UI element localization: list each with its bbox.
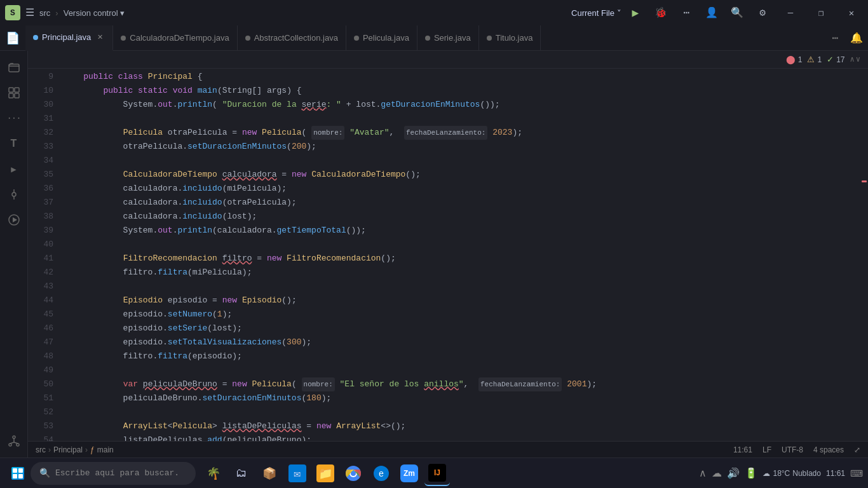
status-sep2: ›	[85, 445, 88, 454]
tray-icons: ∧ ☁ 🔊 🔋	[699, 467, 757, 479]
code-line-38: calculadora.incluido(lost);	[64, 210, 859, 224]
sidebar-icon-font[interactable]: T	[3, 132, 25, 155]
more-button[interactable]: ⋯	[677, 4, 695, 22]
main-content: ··· T ▶ ⬤ 1 ⚠ 1 ✓ 17	[0, 51, 868, 458]
tab-nav-left[interactable]: 📄	[0, 25, 25, 51]
code-line-34	[64, 154, 859, 168]
tab-titulo[interactable]: Titulo.java	[479, 25, 541, 51]
files-icon: 🗂	[233, 464, 250, 482]
line-num-49: 49	[28, 363, 53, 377]
sidebar-icon-run2[interactable]	[3, 208, 25, 231]
sidebar-icon-play[interactable]: ▶	[3, 158, 25, 180]
sidebar-icon-folder[interactable]	[3, 56, 25, 79]
sidebar-icon-git[interactable]	[3, 430, 25, 452]
search-button[interactable]: 🔍	[728, 4, 746, 22]
line-num-44: 44	[28, 294, 53, 308]
tab-serie[interactable]: Serie.java	[417, 25, 479, 51]
settings-button[interactable]: ⚙	[754, 4, 771, 22]
tab-more-button[interactable]: ⋯	[825, 25, 845, 51]
system-clock[interactable]: 11:61	[826, 469, 845, 478]
taskbar-app-store[interactable]: 📦	[257, 461, 282, 486]
status-position[interactable]: 11:61	[733, 445, 752, 454]
taskbar-search[interactable]: 🔍 Escribe aquí para buscar.	[31, 462, 196, 485]
tray-battery[interactable]: 🔋	[745, 467, 757, 479]
start-button[interactable]	[5, 461, 31, 486]
line-num-45: 45	[28, 308, 53, 322]
svg-text:e: e	[379, 469, 384, 479]
status-location[interactable]: src › Principal › ƒ main	[36, 445, 114, 454]
debug-button[interactable]: 🐞	[652, 4, 670, 22]
tab-label-serie: Serie.java	[434, 33, 471, 43]
taskbar-app-files[interactable]: 🗂	[229, 461, 254, 486]
sidebar-icon-grid[interactable]	[3, 81, 25, 104]
line-num-51: 51	[28, 391, 53, 405]
taskbar-app-zoom[interactable]: Zm	[397, 461, 422, 486]
line-num-35: 35	[28, 168, 53, 182]
version-control[interactable]: Version control ▾	[64, 8, 125, 18]
up-chevron[interactable]: ∧	[850, 55, 855, 64]
tab-principal[interactable]: Principal.java ✕	[25, 25, 113, 51]
taskbar-app-explorer[interactable]: 🌴	[201, 461, 226, 486]
restore-button[interactable]: ❐	[810, 4, 832, 22]
chrome-icon	[344, 464, 362, 482]
error-count[interactable]: ⬤ 1	[786, 55, 803, 64]
profile-button[interactable]: 👤	[703, 4, 721, 22]
taskbar-app-chrome[interactable]	[341, 461, 366, 486]
status-line-ending[interactable]: LF	[763, 445, 771, 454]
taskbar-app-mail[interactable]: ✉	[285, 461, 310, 486]
current-file-selector[interactable]: Current File ˅	[571, 8, 621, 18]
tab-dot-serie	[425, 36, 430, 41]
line-num-31: 31	[28, 112, 53, 126]
tab-close-principal[interactable]: ✕	[95, 32, 105, 43]
error-bar: ⬤ 1 ⚠ 1 ✓ 17 ∧ ∨	[28, 51, 868, 69]
line-num-48: 48	[28, 349, 53, 363]
tray-speaker[interactable]: 🔊	[727, 467, 740, 479]
minimize-button[interactable]: —	[779, 4, 802, 22]
down-chevron[interactable]: ∨	[856, 55, 860, 64]
taskbar-app-edge[interactable]: e	[369, 461, 394, 486]
tab-calculadora[interactable]: CalculadoraDeTiempo.java	[113, 25, 237, 51]
svg-rect-0	[9, 64, 19, 72]
warning-number: 1	[817, 55, 822, 64]
svg-rect-2	[15, 88, 19, 92]
hamburger-menu[interactable]: ☰	[25, 6, 34, 19]
status-expand[interactable]: ⤢	[854, 445, 860, 454]
project-name[interactable]: src	[39, 8, 50, 18]
run-button[interactable]: ▶	[627, 4, 644, 22]
sidebar-icon-dots[interactable]: ···	[3, 107, 25, 130]
weather-widget[interactable]: ☁ 18°C Nublado	[763, 469, 821, 478]
code-content[interactable]: public class Principal { public static v…	[58, 69, 859, 441]
sidebar-icon-commit[interactable]	[3, 183, 25, 206]
tab-dot-calculadora	[121, 36, 126, 41]
title-separator: ›	[55, 8, 58, 18]
tab-abstract[interactable]: AbstractCollection.java	[238, 25, 346, 51]
keyboard-icon[interactable]: ⌨	[850, 468, 863, 478]
warning-count[interactable]: ⚠ 1	[807, 55, 822, 64]
status-src: src	[36, 445, 46, 454]
warning-icon: ⚠	[807, 55, 815, 64]
right-scrollbar[interactable]	[859, 69, 868, 441]
store-icon: 📦	[261, 464, 278, 482]
notification-button[interactable]: 🔔	[845, 25, 868, 51]
title-actions: ▶ 🐞 ⋯ 👤 🔍 ⚙ — ❐ ✕	[627, 4, 863, 22]
mail-icon: ✉	[288, 464, 306, 482]
status-encoding[interactable]: UTF-8	[782, 445, 803, 454]
taskbar-app-jetbrains[interactable]: IJ	[424, 461, 450, 486]
code-line-10: public static void main(String[] args) {	[64, 84, 859, 98]
zoom-icon: Zm	[400, 464, 418, 482]
svg-rect-3	[9, 93, 13, 98]
check-count[interactable]: ✓ 17	[827, 55, 844, 64]
tray-chevron[interactable]: ∧	[699, 467, 707, 479]
tab-pelicula[interactable]: Pelicula.java	[346, 25, 417, 51]
tray-network[interactable]: ☁	[712, 467, 722, 479]
check-icon: ✓	[827, 55, 834, 64]
status-indent[interactable]: 4 spaces	[813, 445, 844, 454]
taskbar-app-files2[interactable]: 📁	[313, 461, 338, 486]
close-button[interactable]: ✕	[840, 4, 863, 22]
line-num-43: 43	[28, 280, 53, 294]
code-line-30: System.out.println( "Duracion de la seri…	[64, 98, 859, 112]
tab-label-pelicula: Pelicula.java	[363, 33, 409, 43]
scroll-marker-error	[862, 180, 867, 182]
code-line-43	[64, 280, 859, 294]
status-method: main	[97, 445, 114, 454]
